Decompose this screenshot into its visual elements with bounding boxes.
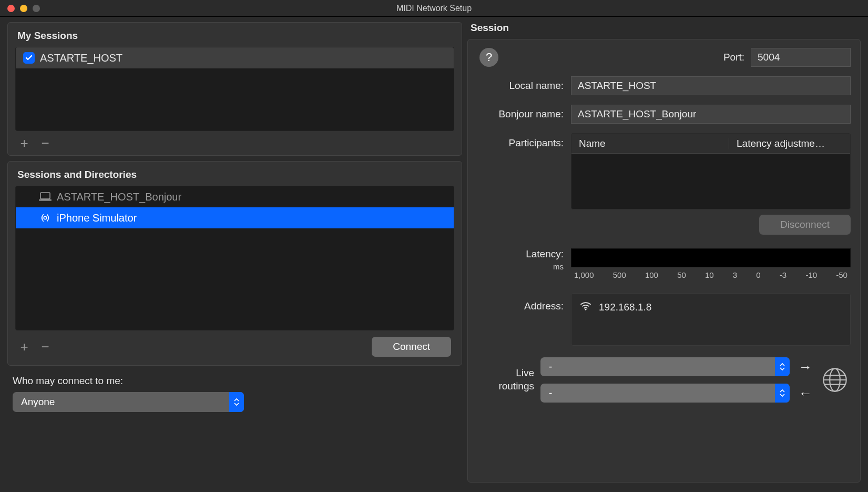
left-column: My Sessions ASTARTE_HOST + − Sessions a bbox=[7, 22, 462, 483]
bonjour-icon bbox=[39, 213, 52, 223]
disconnect-button[interactable]: Disconnect bbox=[759, 215, 851, 235]
address-label: Address: bbox=[471, 293, 571, 312]
bonjour-name-row: Bonjour name: bbox=[471, 105, 851, 124]
route-in-select[interactable]: - bbox=[540, 384, 790, 403]
latency-ticks: 1,000 500 100 50 10 3 0 -3 -10 -50 bbox=[571, 267, 851, 279]
directory-row[interactable]: ASTARTE_HOST_Bonjour bbox=[16, 186, 454, 207]
add-directory-button[interactable]: + bbox=[18, 341, 30, 353]
select-stepper-icon bbox=[775, 384, 790, 403]
select-stepper-icon bbox=[229, 392, 244, 412]
participants-table[interactable]: Name Latency adjustme… bbox=[571, 133, 851, 209]
address-row: Address: 192.168.1.8 bbox=[471, 293, 851, 346]
port-label: Port: bbox=[723, 52, 744, 63]
minimize-icon[interactable] bbox=[20, 5, 27, 12]
disconnect-row: Disconnect bbox=[471, 215, 851, 235]
local-name-row: Local name: bbox=[471, 76, 851, 95]
routings-col: - → - bbox=[540, 357, 813, 403]
wifi-icon bbox=[580, 301, 591, 313]
content: My Sessions ASTARTE_HOST + − Sessions a bbox=[0, 17, 868, 492]
directory-name: iPhone Simulator bbox=[57, 212, 137, 224]
tick: -3 bbox=[780, 270, 787, 279]
svg-point-3 bbox=[585, 309, 587, 310]
tick: 0 bbox=[756, 270, 760, 279]
participants-col-name[interactable]: Name bbox=[571, 138, 729, 149]
port-row: ? Port: bbox=[471, 48, 851, 67]
directory-row-selected[interactable]: iPhone Simulator bbox=[16, 207, 454, 228]
remove-session-button[interactable]: − bbox=[39, 137, 51, 149]
my-sessions-list[interactable]: ASTARTE_HOST bbox=[15, 47, 454, 131]
arrow-right-icon: → bbox=[798, 359, 813, 375]
port-input[interactable] bbox=[751, 48, 851, 67]
local-name-input[interactable] bbox=[571, 76, 851, 95]
directory-name: ASTARTE_HOST_Bonjour bbox=[57, 191, 181, 203]
my-sessions-panel: My Sessions ASTARTE_HOST + − bbox=[7, 22, 462, 156]
route-out-row: - → bbox=[540, 357, 813, 376]
tick: -50 bbox=[836, 270, 847, 279]
directories-panel: Sessions and Directories ASTARTE_HOST_Bo… bbox=[7, 161, 462, 366]
route-out-select[interactable]: - bbox=[540, 357, 790, 376]
arrow-left-icon: ← bbox=[798, 385, 813, 401]
tick: -10 bbox=[805, 270, 817, 279]
session-name: ASTARTE_HOST bbox=[40, 52, 122, 64]
tick: 50 bbox=[677, 270, 686, 279]
tick: 1,000 bbox=[574, 270, 594, 279]
globe-icon bbox=[819, 364, 851, 396]
who-select[interactable]: Anyone bbox=[13, 392, 244, 412]
who-label: Who may connect to me: bbox=[13, 375, 460, 387]
remove-directory-button[interactable]: − bbox=[39, 341, 51, 353]
traffic-lights bbox=[0, 5, 40, 12]
participants-row: Participants: Name Latency adjustme… bbox=[471, 133, 851, 209]
address-line: 192.168.1.8 bbox=[580, 301, 842, 313]
latency-label: Latency: bbox=[471, 248, 571, 260]
routings-label: Live routings bbox=[471, 367, 534, 393]
connect-button[interactable]: Connect bbox=[372, 337, 451, 357]
who-value: Anyone bbox=[21, 396, 55, 408]
route-in-row: - ← bbox=[540, 384, 813, 403]
bonjour-name-label: Bonjour name: bbox=[471, 108, 571, 120]
latency-row: Latency: ms 1,000 500 100 50 10 3 0 bbox=[471, 248, 851, 279]
participants-label: Participants: bbox=[471, 133, 571, 149]
latency-box: 1,000 500 100 50 10 3 0 -3 -10 -50 bbox=[571, 248, 851, 279]
sessions-toolbar: + − bbox=[15, 131, 454, 150]
tick: 500 bbox=[613, 270, 626, 279]
tick: 100 bbox=[645, 270, 658, 279]
participants-col-latency[interactable]: Latency adjustme… bbox=[729, 138, 850, 149]
tick: 3 bbox=[733, 270, 737, 279]
address-value: 192.168.1.8 bbox=[599, 302, 651, 313]
svg-rect-1 bbox=[39, 199, 52, 201]
svg-point-2 bbox=[44, 216, 47, 219]
participants-header: Name Latency adjustme… bbox=[571, 134, 850, 154]
maximize-icon bbox=[33, 5, 40, 12]
laptop-icon bbox=[39, 192, 52, 202]
route-out-value: - bbox=[549, 361, 552, 373]
add-session-button[interactable]: + bbox=[18, 137, 30, 149]
close-icon[interactable] bbox=[7, 5, 15, 12]
address-box: 192.168.1.8 bbox=[571, 293, 851, 346]
svg-rect-0 bbox=[40, 193, 50, 199]
tick: 10 bbox=[705, 270, 714, 279]
titlebar: MIDI Network Setup bbox=[0, 0, 868, 17]
who-panel: Who may connect to me: Anyone bbox=[7, 371, 462, 412]
directories-list[interactable]: ASTARTE_HOST_Bonjour iPhone Simulator bbox=[15, 186, 454, 330]
window-title: MIDI Network Setup bbox=[396, 4, 472, 13]
local-name-label: Local name: bbox=[471, 80, 571, 92]
right-column: Session ? Port: Local name: Bonjour name… bbox=[467, 22, 861, 483]
window: MIDI Network Setup My Sessions ASTARTE_H… bbox=[0, 0, 868, 492]
session-row[interactable]: ASTARTE_HOST bbox=[16, 47, 454, 68]
route-in-value: - bbox=[549, 387, 552, 399]
session-checkbox[interactable] bbox=[23, 52, 35, 64]
session-title: Session bbox=[467, 22, 861, 39]
help-button[interactable]: ? bbox=[479, 48, 498, 67]
my-sessions-title: My Sessions bbox=[15, 30, 454, 42]
latency-unit: ms bbox=[471, 262, 571, 271]
latency-bar bbox=[571, 248, 851, 267]
bonjour-name-input[interactable] bbox=[571, 105, 851, 124]
routings-block: Live routings - → bbox=[471, 357, 851, 403]
directories-title: Sessions and Directories bbox=[15, 169, 454, 180]
select-stepper-icon bbox=[775, 357, 790, 376]
session-panel: ? Port: Local name: Bonjour name: Partic… bbox=[467, 39, 861, 483]
directories-toolbar: + − Connect bbox=[15, 330, 454, 358]
